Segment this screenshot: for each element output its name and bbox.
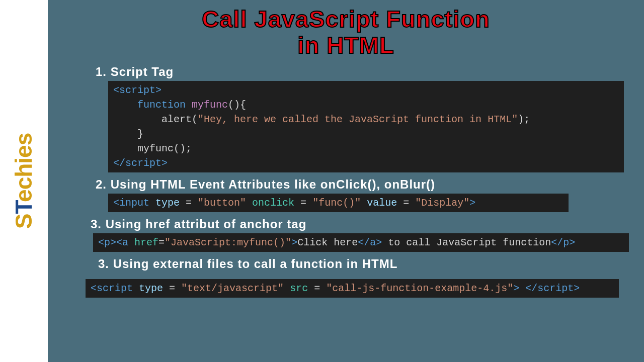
code-href-anchor: <p><a href="JavaScript:myfunc()">Click h… [93, 233, 629, 252]
code-script-tag: <script> function myfunc(){ alert("Hey, … [108, 81, 624, 172]
code-event-attributes: <input type = "button" onclick = "func()… [108, 194, 569, 212]
heading-external-files: 3. Using external files to call a functi… [98, 257, 634, 271]
code-external-files: <script type = "text/javascript" src = "… [86, 279, 619, 298]
heading-script-tag: 1. Script Tag [96, 65, 634, 79]
page-title: Call JavaScript Function in HTML [58, 6, 634, 58]
heading-event-attributes: 2. Using HTML Event Attributes like onCl… [96, 177, 634, 192]
main-content: Call JavaScript Function in HTML 1. Scri… [48, 0, 644, 362]
heading-href-anchor: 3. Using href attribut of anchor tag [91, 217, 634, 231]
sidebar: STechies [0, 0, 48, 362]
title-line-2: in HTML [297, 32, 394, 58]
title-line-1: Call JavaScript Function [202, 6, 490, 32]
logo: STechies [11, 133, 38, 229]
